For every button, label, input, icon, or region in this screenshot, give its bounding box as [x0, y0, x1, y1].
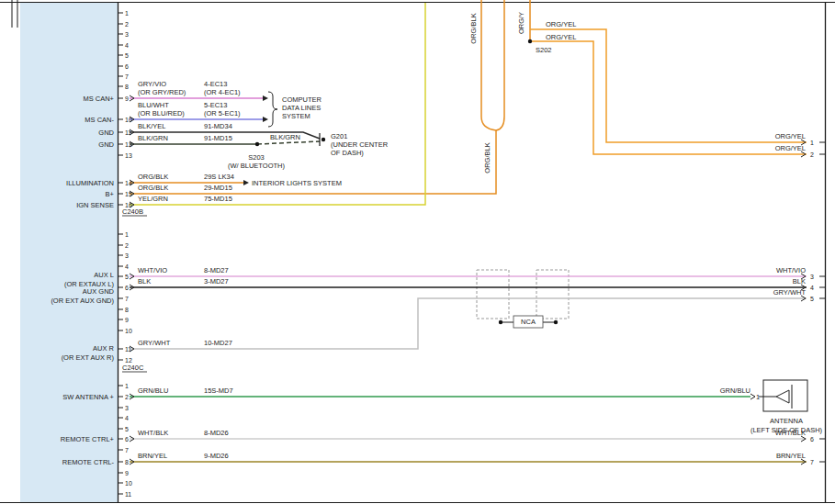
wire-color-label: YEL/GRN: [138, 195, 168, 203]
g201-note-line1: (UNDER CENTER: [331, 140, 389, 149]
nca-dot-right: [554, 320, 558, 324]
wire-circuit-label: 8-MD26: [204, 429, 229, 437]
pin-number: 5: [125, 52, 129, 59]
left-component-panel: [20, 3, 118, 502]
wire-color-label: ORG/YEL: [775, 132, 806, 140]
computer-system-line3: SYSTEM: [282, 112, 310, 120]
wiring-diagram-page: C240B123456789GRY/VIO(OR GRY/RED)4-EC13(…: [0, 0, 835, 504]
rotated-wire-label: ORG/BLK: [483, 142, 491, 173]
wire-circuit-label: 9-MD26: [204, 452, 229, 460]
wiring-diagram: C240B123456789GRY/VIO(OR GRY/RED)4-EC13(…: [0, 0, 835, 504]
pin-number: 5: [810, 296, 814, 302]
wire-color-label: ORG/BLK: [138, 173, 168, 181]
wire-circuit-label: 8-MD27: [204, 266, 229, 274]
pin-number: 2: [810, 151, 814, 158]
wire-color-alt-label: (OR BLU/RED): [138, 109, 185, 118]
pin-number: 4: [125, 415, 129, 421]
connector-label: C240B: [122, 207, 143, 216]
pin-number: 2: [125, 394, 129, 400]
wire-circuit-label: 5-EC13: [204, 101, 227, 109]
pin-number: 9: [125, 95, 129, 102]
wire-color-label: WHT/VIO: [138, 266, 167, 274]
org-yel-branch1-label: ORG/YEL: [546, 20, 576, 28]
wire-color-label: BLK: [793, 277, 806, 286]
connector-label: C240C: [122, 364, 144, 372]
signal-label: ILLUMINATION: [66, 179, 114, 187]
pin-number: 13: [125, 152, 132, 159]
wire-color-alt-label: (OR GRY/RED): [138, 88, 186, 96]
wire-circuit-label: 75-MD15: [204, 195, 232, 203]
pin-number: 3: [810, 274, 814, 280]
pin-number: 6: [810, 436, 814, 442]
pin-number: 12: [125, 357, 132, 364]
pin-number: 5: [125, 274, 129, 280]
signal-label: IGN SENSE: [76, 201, 114, 209]
rotated-wire-label: ORG/BLK: [469, 13, 478, 43]
interior-lights-label: INTERIOR LIGHTS SYSTEM: [252, 179, 342, 187]
signal-label: REMOTE CTRL-: [62, 458, 115, 466]
signal-label: B+: [106, 190, 115, 198]
pin-number: 11: [125, 491, 131, 498]
pin-number: 7: [125, 447, 129, 454]
antenna-pin-number: 1: [756, 393, 760, 401]
s203-note: (W/ BLUETOOTH): [228, 162, 285, 170]
dashed-wire-color-label: BLK/GRN: [270, 133, 300, 141]
pin-number: 6: [125, 63, 129, 70]
wire-circuit-label: 29S LK34: [204, 173, 234, 181]
wire-color-label: BRN/YEL: [138, 452, 167, 460]
pin-number: 10: [125, 328, 132, 334]
wire-circuit-label: 10-MD27: [204, 339, 232, 347]
signal-label: (OR EXT AUX R): [62, 353, 115, 362]
wire-circuit-label: 4-EC13: [204, 80, 227, 88]
pin-number: 6: [125, 436, 129, 442]
signal-label: MS CAN+: [83, 95, 114, 103]
pin-number: 2: [125, 242, 129, 249]
wire-color-label: GRY/VIO: [138, 80, 166, 88]
pin-number: 8: [125, 84, 129, 90]
pin-number: 7: [125, 73, 129, 80]
pin-number: 5: [125, 426, 129, 432]
s202-splice-dot: [528, 39, 532, 43]
rotated-wire-label: ORG/Y: [517, 12, 525, 34]
wire-color-label: GRY/WHT: [138, 339, 171, 347]
computer-system-line1: COMPUTER: [282, 95, 322, 104]
pin-number: 2: [125, 21, 129, 28]
pin-number: 7: [125, 296, 129, 302]
wire-circuit-label: 91-MD34: [204, 122, 232, 130]
antenna-label: ANTENNA: [770, 417, 803, 425]
wire-color-label: GRN/BLU: [138, 386, 168, 395]
pin-number: 1: [125, 231, 129, 238]
wire-color-label: ORG/YEL: [775, 144, 806, 152]
pin-number: 9: [125, 317, 129, 323]
signal-label: AUX GND: [83, 287, 115, 296]
pin-number: 3: [125, 405, 129, 411]
antenna-wire-label: GRN/BLU: [720, 386, 750, 395]
pin-number: 8: [125, 307, 129, 313]
pin-number: 7: [810, 459, 814, 465]
pin-number: 4: [810, 285, 814, 291]
computer-system-line2: DATA LINES: [282, 104, 321, 112]
pin-number: 3: [125, 252, 129, 259]
antenna-box: [763, 380, 807, 411]
nca-label: NCA: [521, 318, 536, 326]
wire-color-label: WHT/BLK: [138, 429, 168, 437]
wire-circuit-label: 3-MD27: [204, 277, 229, 286]
wire-circuit-label: 15S-MD7: [204, 386, 233, 395]
signal-label: MS CAN-: [85, 116, 114, 124]
pin-number: 4: [125, 263, 129, 270]
signal-label: (OR EXT AUX GND): [51, 297, 114, 305]
g201-ground-dot: [322, 138, 325, 141]
signal-label: AUX L: [94, 271, 114, 279]
g201-note-line2: OF DASH): [331, 149, 364, 157]
wire-color-label: BLK/YEL: [138, 122, 165, 130]
signal-label: REMOTE CTRL+: [61, 435, 115, 443]
g201-label: G201: [331, 132, 347, 140]
pin-number: 8: [125, 459, 129, 465]
pin-number: 1: [125, 383, 129, 389]
nca-dot-left: [499, 320, 502, 324]
wire-color-label: ORG/BLK: [138, 184, 168, 192]
pin-number: 3: [125, 31, 129, 38]
wire-color-label: BLU/WHT: [138, 101, 169, 109]
wire-color-label: BRN/YEL: [776, 452, 806, 460]
s203-splice-dot: [255, 142, 259, 146]
